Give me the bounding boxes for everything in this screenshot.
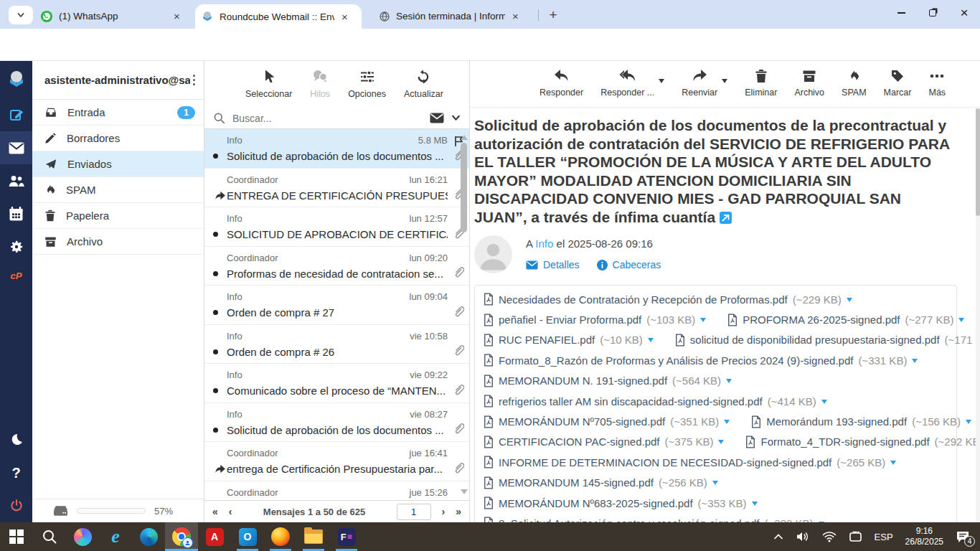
search-scope-mail-icon[interactable]	[430, 113, 444, 123]
tab-close-icon[interactable]: ×	[511, 11, 520, 22]
attachment[interactable]: PROFORMA 26-2025-signed.pdf(~277 KB)	[727, 314, 964, 326]
window-minimize-button[interactable]	[885, 0, 917, 26]
sidebar-item-entrada[interactable]: Entrada 1	[32, 100, 204, 126]
window-restore-button[interactable]	[917, 0, 948, 26]
tab-close-icon[interactable]: ×	[340, 11, 349, 22]
window-close-button[interactable]: ×	[948, 0, 980, 26]
last-page-button[interactable]: »	[456, 506, 461, 517]
account-header[interactable]: asistente-administrativo@sa...	[32, 61, 204, 100]
forward-menu-caret[interactable]	[722, 79, 727, 86]
message-row[interactable]: Infolun 12:57 SOLICITUD DE APROBACION DE…	[204, 207, 469, 247]
attachment-menu-caret[interactable]	[912, 359, 918, 366]
attachment-menu-caret[interactable]	[726, 379, 732, 386]
first-page-button[interactable]: «	[212, 506, 218, 517]
search-input[interactable]	[232, 113, 423, 124]
search-options-chevron-icon[interactable]	[451, 113, 461, 123]
forward-button[interactable]: Reenviar	[682, 69, 717, 98]
mark-button[interactable]: Marcar	[884, 69, 912, 98]
acrobat-button[interactable]: A	[198, 522, 231, 551]
connect-icon[interactable]	[849, 531, 862, 542]
attachment[interactable]: peñafiel - Enviar Proforma.pdf(~103 KB)	[484, 314, 706, 326]
tray-expand-icon[interactable]	[773, 533, 783, 540]
attachment[interactable]: Memorándum 193-signed.pdf(~156 KB)	[751, 415, 971, 428]
attachment[interactable]: MEMORÁNDUM Nº683-2025-signed.pdf(~353 KB…	[484, 496, 758, 509]
select-button[interactable]: Seleccionar	[245, 69, 292, 99]
rail-contacts-button[interactable]	[0, 164, 32, 197]
attachment[interactable]: INFORME DE DETERMINACION DE NECESIDAD-si…	[484, 456, 896, 468]
internet-explorer-button[interactable]: e	[99, 522, 132, 551]
attachment-menu-caret[interactable]	[958, 318, 964, 325]
attachment-menu-caret[interactable]	[700, 318, 706, 325]
delete-button[interactable]: Eliminar	[745, 69, 777, 98]
attachment[interactable]: Formato_4_TDR-signed-signed.pdf(~292 KB)	[745, 435, 980, 448]
attachment[interactable]: refrigerios taller AM sin discapacidad-s…	[484, 395, 827, 408]
language-indicator[interactable]: ESP	[875, 532, 893, 542]
sidebar-item-enviados[interactable]: Enviados	[32, 151, 204, 177]
scroll-up-icon[interactable]	[461, 131, 468, 140]
more-button[interactable]: Más	[928, 69, 946, 98]
message-row[interactable]: Coordinadorlun 16:21 ENTREGA DE CERTIFIC…	[204, 169, 469, 208]
dark-mode-button[interactable]	[0, 423, 32, 456]
rail-settings-button[interactable]	[0, 230, 32, 263]
attachment-menu-caret[interactable]	[847, 298, 852, 305]
attachment[interactable]: MEMORÁNDUM Nº705-signed.pdf(~351 KB)	[484, 415, 730, 428]
f-app-button[interactable]: F≋	[330, 522, 363, 551]
message-row[interactable]: Coordinadorjue 16:41 entrega de Certific…	[204, 442, 469, 481]
mail-scrollbar[interactable]	[976, 108, 980, 522]
compose-button[interactable]	[0, 98, 32, 131]
sidebar-item-spam[interactable]: SPAM	[32, 177, 204, 203]
sidebar-item-papelera[interactable]: Papelera	[32, 203, 204, 229]
notification-center-button[interactable]: 4	[956, 531, 970, 543]
new-tab-button[interactable]: +	[544, 6, 562, 24]
scrollbar-thumb[interactable]	[461, 143, 467, 232]
edge-button[interactable]	[132, 522, 165, 551]
message-row[interactable]: Infolun 09:04 Orden de compra # 27	[204, 286, 469, 325]
recipient-link[interactable]: Info	[535, 237, 553, 250]
attachment-menu-caret[interactable]	[712, 481, 718, 488]
start-button[interactable]	[0, 522, 33, 551]
archive-button[interactable]: Archivo	[794, 69, 824, 98]
prev-page-button[interactable]: ‹	[229, 506, 232, 517]
clock[interactable]: 9:1626/8/2025	[905, 526, 943, 547]
attachment[interactable]: MEMORANDUM N. 191-signed.pdf(~564 KB)	[484, 375, 732, 387]
attachment-menu-caret[interactable]	[890, 461, 896, 468]
next-page-button[interactable]: ›	[442, 506, 446, 517]
volume-icon[interactable]	[796, 531, 810, 542]
sidebar-item-borradores[interactable]: Borradores	[32, 126, 204, 151]
message-row[interactable]: Info5.8 MB Solicitud de aprobación de lo…	[204, 129, 469, 169]
attachment[interactable]: Formato_8_Razón de Proformas y Análisis …	[484, 354, 918, 367]
refresh-button[interactable]: Actualizar	[404, 69, 443, 99]
threads-button[interactable]: Hilos	[310, 69, 330, 99]
page-number-input[interactable]	[397, 504, 431, 520]
help-button[interactable]: ?	[0, 456, 32, 489]
chrome-button[interactable]	[165, 522, 198, 551]
details-link[interactable]: Detalles	[526, 259, 580, 270]
options-button[interactable]: Opciones	[348, 69, 386, 99]
message-row[interactable]: Coordinadorjue 15:26	[204, 481, 469, 501]
cpanel-link[interactable]: cP	[0, 263, 32, 288]
attachment[interactable]: CERTIFICACION PAC-signed.pdf(~375 KB)	[484, 435, 724, 448]
attachment[interactable]: RUC PENAFIEL.pdf(~10 KB)	[484, 334, 654, 347]
message-row[interactable]: Coordinadorlun 09:20 Proformas de necesi…	[204, 247, 469, 286]
message-row[interactable]: Infovie 08:27 Solicitud de aprobación de…	[204, 403, 469, 443]
attachment[interactable]: solicitud de disponibilidad presupuestar…	[675, 334, 980, 347]
account-menu-icon[interactable]	[190, 72, 199, 89]
scroll-down-icon[interactable]	[461, 489, 468, 498]
reply-button[interactable]: Responder	[540, 69, 583, 98]
open-in-new-window-icon[interactable]	[720, 212, 732, 224]
message-row[interactable]: Infovie 09:22 Comunicado sobre el proces…	[204, 364, 469, 403]
attachment[interactable]: Necesidades de Contratación y Recepción …	[484, 293, 852, 306]
firefox-button[interactable]	[264, 522, 297, 551]
roundcube-logo[interactable]	[0, 61, 32, 98]
list-scrollbar[interactable]	[461, 131, 468, 498]
attachment[interactable]: MEMORANDUM 145-signed.pdf(~256 KB)	[484, 476, 718, 489]
tab-close-icon[interactable]: ×	[172, 11, 182, 22]
copilot-button[interactable]	[66, 522, 99, 551]
tab-roundcube-active[interactable]: Roundcube Webmail :: Enviados ×	[195, 4, 362, 29]
attachment-menu-caret[interactable]	[966, 420, 971, 427]
rail-mail-button[interactable]	[0, 131, 32, 164]
reply-all-button[interactable]: Responder ...	[600, 69, 654, 98]
outlook-button[interactable]: O	[231, 522, 264, 551]
logout-button[interactable]	[0, 489, 32, 522]
attachment-menu-caret[interactable]	[724, 420, 730, 427]
